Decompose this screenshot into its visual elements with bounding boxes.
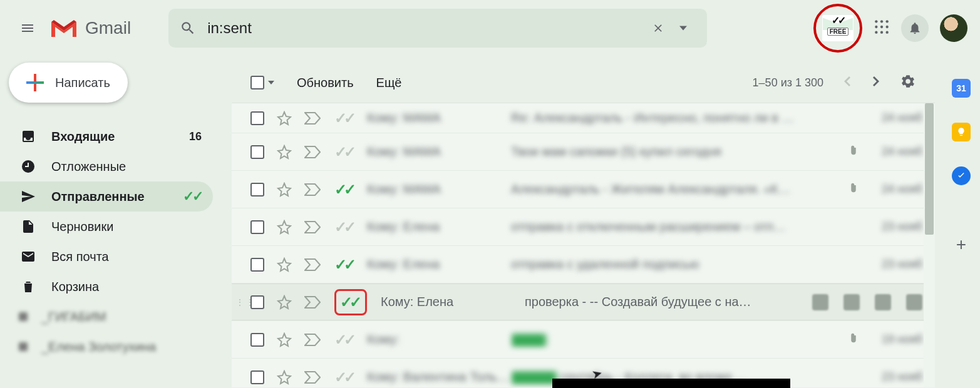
- row-checkbox[interactable]: [250, 220, 264, 234]
- sidebar-item-allmail[interactable]: Вся почта: [0, 242, 213, 272]
- archive-button[interactable]: [812, 294, 828, 310]
- search-bar[interactable]: [168, 9, 707, 48]
- track-status-icon[interactable]: ✓✓: [334, 181, 353, 198]
- pagination-text: 1–50 из 1 300: [753, 76, 823, 89]
- email-subject: Твои мам сапожки (5) купил сегодня: [511, 145, 841, 159]
- refresh-button[interactable]: Обновить: [297, 76, 354, 90]
- importance-button[interactable]: [304, 334, 321, 346]
- svg-point-1: [880, 20, 883, 23]
- mark-unread-button[interactable]: [875, 294, 891, 310]
- checkbox-icon[interactable]: [250, 76, 264, 89]
- sidebar-user-label[interactable]: _ГИГАБИМ: [0, 302, 213, 332]
- delete-button[interactable]: [843, 294, 860, 310]
- mailtrack-extension-highlight[interactable]: ✓✓ FREE: [813, 4, 862, 53]
- row-checkbox[interactable]: [250, 370, 264, 384]
- svg-point-0: [875, 20, 877, 23]
- scrollbar-thumb[interactable]: [925, 103, 934, 235]
- track-status-icon[interactable]: ✓✓: [334, 369, 353, 386]
- star-button[interactable]: [277, 370, 292, 385]
- track-status-icon[interactable]: ✓✓: [334, 331, 353, 349]
- track-status-icon[interactable]: ✓✓: [334, 256, 353, 273]
- star-button[interactable]: [277, 111, 292, 126]
- notifications-button[interactable]: [901, 14, 929, 42]
- row-checkbox[interactable]: [250, 183, 264, 197]
- keep-addon[interactable]: [952, 123, 971, 141]
- compose-button[interactable]: Написать: [9, 63, 128, 103]
- mailtrack-icon: ✓✓ FREE: [822, 15, 854, 41]
- email-date: 19 нояб: [866, 333, 922, 346]
- sidebar-item-inbox[interactable]: Входящие 16: [0, 121, 213, 151]
- attachment-icon: [847, 332, 860, 347]
- search-options-button[interactable]: [671, 16, 696, 41]
- prev-page-button[interactable]: [842, 76, 852, 89]
- mailtrack-tooltip: Елена PharmtIt read your email 3 times F…: [552, 379, 790, 388]
- star-button[interactable]: [277, 182, 292, 197]
- email-date: 24 нояб: [866, 145, 922, 158]
- sidebar-item-sent[interactable]: Отправленные ✓✓: [0, 181, 213, 212]
- clock-icon: [21, 159, 36, 174]
- star-button[interactable]: [277, 295, 292, 310]
- get-addons-button[interactable]: +: [952, 235, 971, 254]
- email-row[interactable]: ✓✓ Кому: МАМА Александрталь - Жителям Ал…: [232, 171, 935, 208]
- header-right: ✓✓ FREE: [813, 4, 967, 53]
- gmail-logo[interactable]: Gmail: [49, 17, 131, 39]
- importance-button[interactable]: [304, 112, 321, 125]
- search-input[interactable]: [207, 19, 646, 37]
- importance-button[interactable]: [304, 371, 321, 384]
- next-page-button[interactable]: [871, 76, 881, 89]
- main-menu-button[interactable]: [13, 13, 43, 43]
- track-status-icon[interactable]: ✓✓: [334, 289, 367, 315]
- clear-search-button[interactable]: [646, 16, 671, 41]
- track-status-icon[interactable]: ✓✓: [334, 218, 353, 236]
- row-checkbox[interactable]: [250, 258, 264, 272]
- email-sender: Кому: Валентина Толь…: [367, 370, 511, 384]
- track-status-icon[interactable]: ✓✓: [334, 110, 353, 127]
- email-subject: Re: Александрталь - Интересно, понятно л…: [511, 111, 860, 125]
- attachment-icon: [847, 182, 860, 197]
- main-pane: Обновить Ещё 1–50 из 1 300 ✓✓ Кому: МАМА…: [232, 63, 935, 388]
- calendar-addon[interactable]: 31: [952, 79, 971, 98]
- email-row[interactable]: ✓✓ Кому: Елена отправка с удаленной подп…: [232, 246, 935, 283]
- account-avatar[interactable]: [940, 14, 967, 42]
- row-checkbox[interactable]: [250, 145, 264, 159]
- email-row[interactable]: ✓✓ Кому: МАМА Re: Александрталь - Интере…: [232, 103, 935, 133]
- tasks-addon[interactable]: [952, 166, 971, 185]
- email-row[interactable]: ✓✓ Кому: 19 нояб: [232, 321, 935, 359]
- hamburger-icon: [20, 21, 35, 36]
- importance-icon: [304, 146, 321, 158]
- sidebar-item-label: Отложенные: [51, 160, 202, 174]
- importance-button[interactable]: [304, 258, 321, 271]
- settings-button[interactable]: [900, 73, 916, 92]
- search-icon: [180, 20, 196, 36]
- sidebar-item-drafts[interactable]: Черновики: [0, 212, 213, 242]
- importance-button[interactable]: [304, 296, 321, 309]
- more-button[interactable]: Ещё: [376, 76, 402, 90]
- sidebar-item-trash[interactable]: Корзина: [0, 272, 213, 302]
- list-scrollbar[interactable]: [924, 103, 935, 387]
- star-button[interactable]: [277, 145, 292, 160]
- star-button[interactable]: [277, 220, 292, 235]
- double-check-icon: ✓✓: [183, 188, 202, 205]
- row-checkbox[interactable]: [250, 111, 264, 125]
- select-all[interactable]: [250, 76, 274, 89]
- drag-handle-icon[interactable]: ⋮⋮: [235, 297, 255, 307]
- sidebar-user-label[interactable]: _Елена Золотухина: [0, 332, 213, 362]
- importance-button[interactable]: [304, 221, 321, 233]
- star-icon: [277, 332, 292, 347]
- importance-button[interactable]: [304, 183, 321, 196]
- sidebar-item-snoozed[interactable]: Отложенные: [0, 151, 213, 181]
- email-sender: Кому: Елена: [367, 220, 511, 234]
- email-subject: отправка с отключенным расширением – отп…: [511, 220, 860, 234]
- email-row[interactable]: ⋮⋮ ✓✓ Кому: Елена проверка - -- Создавай…: [232, 283, 935, 321]
- caret-down-icon[interactable]: [268, 79, 274, 86]
- importance-button[interactable]: [304, 146, 321, 158]
- google-apps-button[interactable]: [874, 19, 890, 38]
- row-checkbox[interactable]: [250, 333, 264, 347]
- chevron-right-icon: [871, 76, 881, 86]
- email-row[interactable]: ✓✓ Кому: МАМА Твои мам сапожки (5) купил…: [232, 133, 935, 171]
- star-button[interactable]: [277, 257, 292, 272]
- email-row[interactable]: ✓✓ Кому: Елена отправка с отключенным ра…: [232, 208, 935, 246]
- star-button[interactable]: [277, 332, 292, 347]
- snooze-button[interactable]: [906, 294, 922, 310]
- track-status-icon[interactable]: ✓✓: [334, 143, 353, 161]
